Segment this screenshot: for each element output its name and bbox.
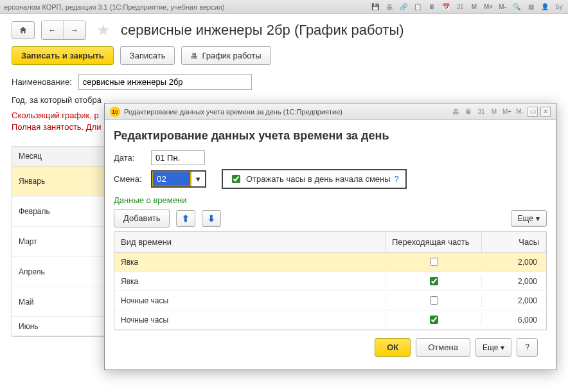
- app-1c-icon: 1с: [110, 107, 120, 117]
- dialog-titlebar: 1с Редактирование данных учета времени з…: [105, 103, 556, 120]
- more-button[interactable]: Еще ▾: [511, 210, 547, 227]
- shift-dropdown-button[interactable]: ▾: [191, 172, 205, 186]
- save-button[interactable]: Записать: [120, 46, 175, 65]
- cell-hours: 2,000: [482, 277, 546, 286]
- app-title: ерсоналом КОРП, редакция 3.1 (1С:Предпри…: [4, 3, 224, 11]
- favorite-star-icon[interactable]: ★: [96, 21, 111, 39]
- cancel-button[interactable]: Отмена: [416, 338, 470, 357]
- dialog-close-button[interactable]: ✕: [540, 107, 551, 117]
- home-button[interactable]: [12, 21, 35, 39]
- reflect-hours-label: Отражать часы в день начала смены: [246, 174, 391, 184]
- dialog-footer: ОК Отмена Еще ▾ ?: [114, 330, 547, 364]
- cell-hours: 6,000: [482, 316, 546, 325]
- cell-hours: 2,000: [482, 258, 546, 267]
- open-schedule-button[interactable]: График работы: [181, 46, 271, 65]
- save-icon[interactable]: 💾: [370, 2, 380, 12]
- edit-time-dialog: 1с Редактирование данных учета времени з…: [104, 103, 556, 370]
- nav-area: ← → ★ сервисные инженеры 2бр (График раб…: [0, 14, 568, 46]
- reflect-hours-checkbox[interactable]: [232, 175, 240, 183]
- name-label: Наименование:: [12, 77, 72, 87]
- zoom-icon[interactable]: 🔍: [511, 2, 522, 12]
- help-question-icon[interactable]: ?: [395, 174, 399, 184]
- shift-row: Смена: ▾ Отражать часы в день начала сме…: [114, 169, 547, 189]
- dialog-minimize-button[interactable]: ▭: [528, 107, 538, 117]
- footer-help-button[interactable]: ?: [517, 338, 538, 357]
- add-row-button[interactable]: Добавить: [114, 209, 170, 227]
- dlg-date-icon[interactable]: 31: [476, 107, 486, 117]
- table-header: Вид времени Переходящая часть Часы: [114, 232, 546, 253]
- time-data-section-label: Данные о времени: [114, 195, 547, 205]
- dlg-m-minus[interactable]: M-: [515, 107, 525, 117]
- print-icon: [191, 51, 198, 60]
- shift-field-group: ▾: [151, 170, 206, 188]
- year-label: Год, за который отобра: [12, 95, 102, 105]
- cell-type: Явка: [114, 277, 386, 286]
- th-type: Вид времени: [114, 232, 386, 252]
- carry-checkbox[interactable]: [430, 316, 438, 324]
- cell-type: Ночные часы: [114, 296, 386, 305]
- calendar-icon[interactable]: [441, 2, 451, 12]
- carry-checkbox[interactable]: [430, 258, 438, 266]
- user-icon[interactable]: 👤: [540, 2, 550, 12]
- shift-input[interactable]: [152, 172, 191, 186]
- open-schedule-label: График работы: [202, 51, 261, 60]
- reflect-hours-group: Отражать часы в день начала смены ?: [222, 169, 407, 189]
- dialog-heading: Редактирование данных учета времени за д…: [114, 129, 547, 143]
- date-icon[interactable]: 31: [455, 2, 465, 12]
- table-toolbar: Добавить ⬆ ⬇ Еще ▾: [114, 209, 547, 227]
- cell-carry: [386, 256, 482, 268]
- titlebar-toolbar: 💾 🔗 📋 🖩 31 M M+ M- 🔍 ▦ 👤 Бу: [370, 2, 564, 12]
- th-carry: Переходящая часть: [386, 232, 482, 252]
- cell-type: Явка: [114, 258, 386, 267]
- cell-carry: [386, 314, 482, 326]
- link-icon[interactable]: 🔗: [398, 2, 409, 12]
- dlg-m[interactable]: M: [489, 107, 499, 117]
- move-up-button[interactable]: ⬆: [176, 210, 195, 227]
- table-row[interactable]: Явка2,000: [114, 272, 546, 291]
- dlg-m-plus[interactable]: M+: [502, 107, 512, 117]
- date-label: Дата:: [114, 153, 146, 163]
- carry-checkbox[interactable]: [430, 296, 438, 305]
- name-input[interactable]: [78, 74, 252, 90]
- table-row[interactable]: Ночные часы6,000: [114, 310, 546, 330]
- carry-checkbox[interactable]: [430, 277, 438, 285]
- nav-back-button[interactable]: ←: [42, 21, 64, 39]
- clipboard-icon[interactable]: 📋: [413, 2, 423, 12]
- date-input[interactable]: [151, 150, 205, 165]
- page-toolbar: Записать и закрыть Записать График работ…: [0, 46, 568, 71]
- dialog-window-title: Редактирование данных учета времени за д…: [124, 108, 342, 116]
- date-row: Дата:: [114, 150, 547, 165]
- memory-m-plus[interactable]: M+: [483, 2, 493, 12]
- move-down-button[interactable]: ⬇: [202, 210, 221, 227]
- save-and-close-button[interactable]: Записать и закрыть: [12, 46, 114, 65]
- name-row: Наименование:: [0, 71, 568, 93]
- dlg-print-icon[interactable]: [450, 107, 461, 117]
- app-titlebar: ерсоналом КОРП, редакция 3.1 (1С:Предпри…: [0, 0, 568, 14]
- ok-button[interactable]: ОК: [375, 338, 411, 357]
- table-row[interactable]: Ночные часы2,000: [114, 291, 546, 310]
- shift-label: Смена:: [114, 174, 146, 184]
- memory-m[interactable]: M: [469, 2, 479, 12]
- page-title: сервисные инженеры 2бр (График работы): [121, 22, 404, 39]
- dlg-calc-icon[interactable]: 🖩: [463, 107, 474, 117]
- more-label: Еще: [518, 214, 533, 223]
- table-body: Явка2,000Явка2,000Ночные часы2,000Ночные…: [114, 253, 546, 330]
- time-table: Вид времени Переходящая часть Часы Явка2…: [114, 231, 547, 330]
- th-hours: Часы: [482, 232, 546, 252]
- footer-more-button[interactable]: Еще ▾: [475, 338, 511, 357]
- dialog-body: Редактирование данных учета времени за д…: [105, 120, 556, 370]
- more-label: Еще: [483, 343, 498, 352]
- print-icon[interactable]: [384, 2, 395, 12]
- cell-type: Ночные часы: [114, 316, 386, 325]
- table-row[interactable]: Явка2,000: [114, 253, 546, 272]
- cell-hours: 2,000: [482, 296, 546, 305]
- memory-m-minus[interactable]: M-: [497, 2, 508, 12]
- grid-icon[interactable]: ▦: [526, 2, 536, 12]
- cell-carry: [386, 294, 482, 307]
- cell-carry: [386, 275, 482, 287]
- calc-icon[interactable]: 🖩: [427, 2, 437, 12]
- user-name: Бу: [554, 2, 564, 12]
- nav-history: ← →: [41, 21, 86, 40]
- nav-forward-button[interactable]: →: [64, 21, 85, 39]
